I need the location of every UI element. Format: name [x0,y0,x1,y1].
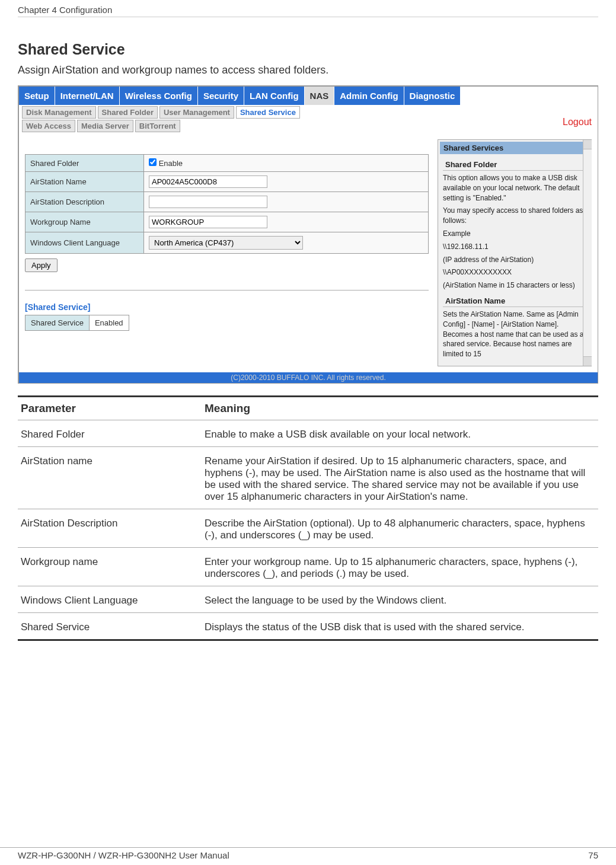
help-airstation-name-heading: AirStation Name [443,295,586,307]
param-name: AirStation Description [18,509,202,547]
tab-internet-lan[interactable]: Internet/LAN [55,87,120,105]
shared-service-status-label: Shared Service [25,315,90,331]
table-row: Workgroup name Enter your workgroup name… [18,547,598,586]
win-client-lang-select[interactable]: North America (CP437) [149,236,303,250]
help-p3: Example [443,229,586,239]
main-tabs: Setup Internet/LAN Wireless Config Secur… [19,87,598,105]
param-header: Parameter [18,396,202,420]
table-row: AirStation name Rename your AirStation i… [18,446,598,509]
param-name: Shared Service [18,612,202,640]
help-shared-folder-heading: Shared Folder [443,159,586,171]
enable-label: Enable [159,159,183,168]
tab-admin-config[interactable]: Admin Config [334,87,404,105]
shared-folder-cell: Enable [144,155,429,172]
workgroup-input[interactable] [149,216,267,228]
intro-text: Assign AirStation and workgroup names to… [18,64,598,76]
tab-setup[interactable]: Setup [19,87,55,105]
help-p4: \\192.168.11.1 [443,242,586,252]
settings-form-table: Shared Folder Enable AirStation Name Air… [25,154,429,254]
airstation-desc-input[interactable] [149,196,267,208]
workgroup-label: Workgroup Name [25,212,144,232]
copyright-bar: (C)2000-2010 BUFFALO INC. All rights res… [19,372,598,383]
airstation-name-label: AirStation Name [25,172,144,192]
scrollbar[interactable] [583,140,592,366]
param-meaning: Describe the AirStation (optional). Up t… [202,509,598,547]
param-meaning: Select the language to be used by the Wi… [202,586,598,612]
divider [25,290,429,291]
param-name: Windows Client Language [18,586,202,612]
param-meaning: Rename your AirStation if desired. Up to… [202,446,598,509]
shared-folder-checkbox[interactable] [149,158,157,166]
subtab-shared-folder[interactable]: Shared Folder [98,106,158,119]
tab-security[interactable]: Security [198,87,244,105]
help-p2: You may specify access to shared folders… [443,206,586,226]
help-p5: (IP address of the AirStation) [443,255,586,265]
table-row: AirStation Description Describe the AirS… [18,509,598,547]
subtab-shared-service[interactable]: Shared Service [236,106,300,119]
tab-wireless-config[interactable]: Wireless Config [120,87,198,105]
param-meaning: Enter your workgroup name. Up to 15 alph… [202,547,598,586]
help-panel: Shared Services Shared Folder This optio… [438,139,592,366]
airstation-desc-label: AirStation Description [25,192,144,212]
config-screenshot: Setup Internet/LAN Wireless Config Secur… [18,85,598,384]
table-row: Shared Folder Enable to make a USB disk … [18,420,598,446]
help-title: Shared Services [440,142,589,154]
help-p6: \\AP00XXXXXXXXXX [443,267,586,277]
content-area: Shared Folder Enable AirStation Name Air… [19,133,598,372]
help-p1: This option allows you to make a USB dis… [443,173,586,203]
shared-service-heading: [Shared Service] [25,302,429,312]
airstation-name-input[interactable] [149,175,267,188]
help-p8: Sets the AirStation Name. Same as [Admin… [443,309,586,359]
subtab-user-management[interactable]: User Management [159,106,234,119]
tab-diagnostic[interactable]: Diagnostic [404,87,461,105]
shared-service-status-value: Enabled [89,315,129,331]
tab-lan-config[interactable]: LAN Config [244,87,304,105]
table-row: Windows Client Language Select the langu… [18,586,598,612]
param-meaning: Enable to make a USB disk available on y… [202,420,598,446]
parameter-table: Parameter Meaning Shared Folder Enable t… [18,395,598,641]
apply-button[interactable]: Apply [25,258,58,272]
subtab-bittorrent[interactable]: BitTorrent [135,120,180,132]
status-table: Shared Service Enabled [25,315,129,331]
win-client-lang-label: Windows Client Language [25,232,144,254]
chapter-header: Chapter 4 Configuration [18,0,598,17]
subtab-disk-management[interactable]: Disk Management [22,106,96,119]
meaning-header: Meaning [202,396,598,420]
param-name: Workgroup name [18,547,202,586]
param-name: Shared Folder [18,420,202,446]
subtab-media-server[interactable]: Media Server [77,120,133,132]
tab-nas[interactable]: NAS [305,87,335,105]
sub-tabs: Disk Management Shared Folder User Manag… [19,105,598,133]
section-title: Shared Service [18,41,598,58]
subtab-web-access[interactable]: Web Access [22,120,75,132]
table-row: Shared Service Displays the status of th… [18,612,598,640]
logout-link[interactable]: Logout [563,117,592,127]
shared-folder-label: Shared Folder [25,155,144,172]
param-name: AirStation name [18,446,202,509]
help-p7: (AirStation Name in 15 characters or les… [443,280,586,291]
form-panel: Shared Folder Enable AirStation Name Air… [22,136,432,369]
param-meaning: Displays the status of the USB disk that… [202,612,598,640]
